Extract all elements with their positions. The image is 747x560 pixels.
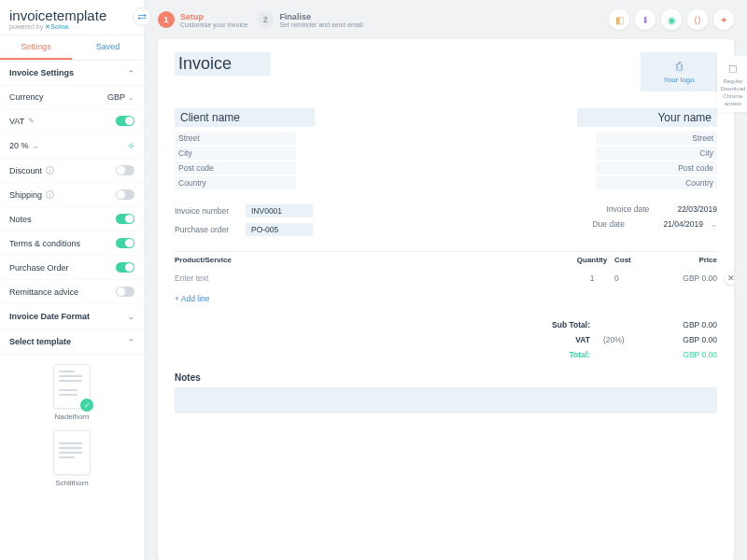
your-name-input[interactable]: Your name [577, 108, 717, 127]
bookmark-icon: ◻ [728, 62, 738, 75]
toggle-remittance[interactable] [116, 287, 134, 297]
upload-icon: ⎙ [676, 60, 683, 73]
topbar: 1 SetupCustomise your invoice 2 Finalise… [158, 9, 734, 30]
template-nadelhorn[interactable]: ✓ Nadelhorn [53, 364, 91, 421]
setting-terms: Terms & conditions [0, 231, 144, 256]
due-date-label: Due date [592, 219, 655, 229]
tab-saved[interactable]: Saved [72, 35, 144, 60]
line-cost-input[interactable]: 0 [614, 273, 654, 283]
preview-icon[interactable]: ◉ [661, 9, 682, 30]
pdf-icon[interactable]: ◧ [609, 9, 629, 30]
setting-vat: VAT✎ [0, 109, 144, 133]
toggle-vat[interactable] [116, 116, 134, 126]
check-icon: ✓ [80, 399, 93, 412]
remove-line-button[interactable]: ✕ [725, 272, 734, 285]
section-invoice-settings[interactable]: Invoice Settings⌃ [0, 61, 144, 86]
chevron-down-icon[interactable]: ⌄ [711, 220, 717, 229]
chevron-down-icon: ⌄ [128, 93, 134, 102]
template-schilthorn[interactable]: Schilthorn [53, 430, 91, 487]
section-date-format[interactable]: Invoice Date Format⌄ [0, 304, 144, 329]
app-logo: invoicetemplate [9, 7, 134, 23]
line-qty-input[interactable]: 1 [570, 273, 614, 283]
notes-label: Notes [175, 372, 717, 383]
toggle-terms[interactable] [116, 238, 134, 248]
action-icons: ◧ ⬇ ◉ ⟨⟩ ✦ [609, 9, 734, 30]
invoice-number-input[interactable]: INV0001 [246, 204, 313, 217]
side-panel[interactable]: ◻ RegularDownloadChromeaccess [717, 56, 747, 112]
client-block: Client name Street City Post code Countr… [175, 108, 438, 191]
sidebar-tabs: Settings Saved [0, 35, 144, 61]
totals: Sub Total:GBP 0.00 VAT(20%)GBP 0.00 Tota… [175, 320, 717, 359]
section-select-template[interactable]: Select template⌃ [0, 329, 144, 355]
invoice-title[interactable]: Invoice [175, 52, 271, 76]
chevron-up-icon: ⌃ [128, 69, 134, 77]
client-street-input[interactable]: Street [175, 132, 296, 145]
settings-icon[interactable]: ✦ [713, 9, 734, 30]
toggle-shipping[interactable] [116, 189, 134, 200]
chevron-down-icon: ⌄ [128, 313, 134, 321]
tag-icon: ⟡ [128, 140, 134, 151]
due-date-value[interactable]: 21/04/2019 [663, 219, 703, 229]
your-country-input[interactable]: Country [596, 176, 717, 189]
setting-po: Purchase Order [0, 256, 144, 280]
toggle-discount[interactable] [116, 165, 134, 175]
your-logo-upload[interactable]: ⎙ Your logo [641, 52, 717, 91]
step-setup[interactable]: 1 SetupCustomise your invoice [158, 11, 247, 28]
line-price: GBP 0.00 [654, 273, 717, 283]
code-icon[interactable]: ⟨⟩ [687, 9, 708, 30]
tab-settings[interactable]: Settings [0, 35, 72, 60]
client-city-input[interactable]: City [175, 147, 296, 160]
setting-notes: Notes [0, 207, 144, 231]
client-name-input[interactable]: Client name [175, 108, 315, 127]
add-line-button[interactable]: + Add line [175, 288, 717, 309]
line-item-row: Enter text 1 0 GBP 0.00 ✕ [175, 268, 717, 288]
po-label: Purchase order [175, 225, 238, 234]
setting-remittance: Remittance advice [0, 280, 144, 304]
download-icon[interactable]: ⬇ [635, 9, 655, 30]
step-finalise[interactable]: 2 FinaliseSet reminder and send email [257, 11, 363, 28]
chevron-up-icon: ⌃ [128, 338, 134, 346]
info-icon[interactable]: i [46, 166, 54, 175]
main: 1 SetupCustomise your invoice 2 Finalise… [145, 0, 747, 560]
line-items-header: Product/Service Quantity Cost Price [175, 251, 717, 268]
client-country-input[interactable]: Country [175, 176, 296, 189]
invoice-date-value[interactable]: 22/03/2019 [677, 204, 717, 214]
steps: 1 SetupCustomise your invoice 2 Finalise… [158, 11, 363, 28]
client-postcode-input[interactable]: Post code [175, 161, 296, 175]
setting-shipping: Shippingi [0, 183, 144, 207]
powered-by: powered by ✕Solna [9, 23, 134, 31]
logo-area: invoicetemplate powered by ✕Solna ⮂ [0, 0, 144, 35]
info-icon[interactable]: i [46, 190, 54, 199]
invoice-date-label: Invoice date [606, 204, 669, 214]
line-product-input[interactable]: Enter text [175, 273, 570, 283]
notes-input[interactable] [175, 387, 717, 413]
your-postcode-input[interactable]: Post code [596, 161, 717, 175]
edit-icon[interactable]: ✎ [28, 117, 35, 125]
toggle-notes[interactable] [116, 214, 134, 224]
your-street-input[interactable]: Street [596, 132, 717, 145]
your-city-input[interactable]: City [596, 147, 717, 160]
setting-currency[interactable]: Currency GBP⌄ [0, 86, 144, 109]
setting-discount: Discounti [0, 159, 144, 183]
template-list: ✓ Nadelhorn Schilthorn [0, 355, 144, 497]
toggle-po[interactable] [116, 262, 134, 273]
invoice-document: Invoice ⎙ Your logo Client name Street C… [158, 39, 734, 560]
sidebar: invoicetemplate powered by ✕Solna ⮂ Sett… [0, 0, 145, 560]
your-block: Your name Street City Post code Country [455, 108, 718, 191]
setting-vat-percent[interactable]: 20 %⌄ ⟡ [0, 133, 144, 159]
invoice-number-label: Invoice number [175, 206, 238, 216]
po-input[interactable]: PO-005 [246, 223, 313, 236]
